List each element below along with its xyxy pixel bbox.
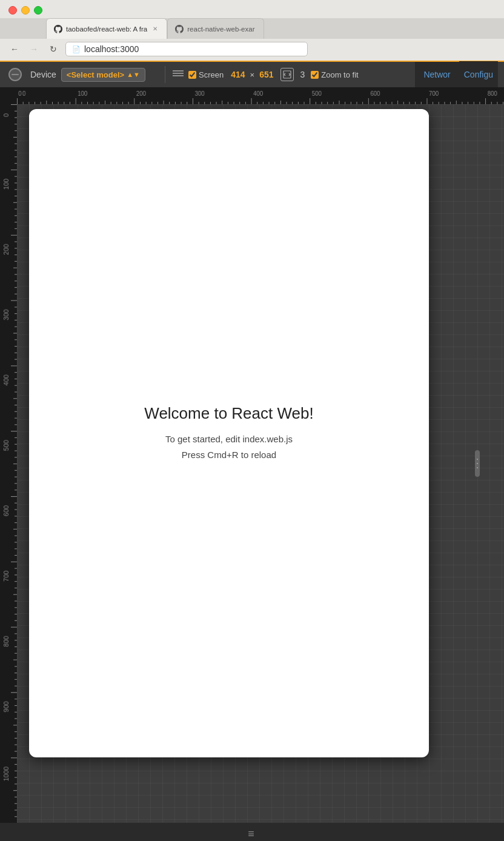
zoom-label-text: Zoom to fit xyxy=(321,70,358,79)
zoom-checkbox-label[interactable]: Zoom to fit xyxy=(311,70,358,79)
model-select-text: <Select model> xyxy=(67,70,124,79)
resize-handle[interactable] xyxy=(475,450,480,477)
screen-checkbox-label[interactable]: Screen xyxy=(188,70,224,79)
traffic-light-green[interactable] xyxy=(34,6,42,15)
toolbar-separator-1 xyxy=(165,66,165,83)
tab-1-close[interactable]: ✕ xyxy=(151,25,159,33)
traffic-light-yellow[interactable] xyxy=(21,6,30,15)
resize-dot-2 xyxy=(477,463,478,464)
vertical-ruler xyxy=(0,104,17,823)
device-label: Device xyxy=(30,70,56,79)
workspace: Welcome to React Web! To get started, ed… xyxy=(0,87,504,823)
network-text: Networ xyxy=(423,70,450,79)
back-button[interactable]: ← xyxy=(7,42,22,56)
configure-text: Configu xyxy=(464,70,493,79)
scale-value: 3 xyxy=(300,70,305,79)
configure-section[interactable]: Configu xyxy=(459,61,498,88)
ruler-corner xyxy=(0,87,17,104)
zoom-checkbox[interactable] xyxy=(311,71,319,79)
zoom-section: Zoom to fit xyxy=(311,70,358,79)
screen-label-text: Screen xyxy=(199,70,224,79)
bottom-bar: ≡ xyxy=(0,823,504,841)
no-entry-icon[interactable] xyxy=(6,65,24,84)
welcome-title: Welcome to React Web! xyxy=(144,404,313,423)
address-text: localhost:3000 xyxy=(84,44,139,54)
device-frame: Welcome to React Web! To get started, ed… xyxy=(29,109,429,757)
screen-checkbox-section: Screen 414 × 651 3 xyxy=(188,68,305,81)
device-screen: Welcome to React Web! To get started, ed… xyxy=(29,109,429,757)
tab-2-title: react-native-web-exar xyxy=(187,25,256,33)
adjust-icon[interactable] xyxy=(173,69,184,80)
reload-button[interactable]: ↻ xyxy=(46,42,61,56)
page-secure-icon: 📄 xyxy=(72,45,81,53)
traffic-light-red[interactable] xyxy=(8,6,17,15)
address-bar[interactable]: 📄 localhost:3000 xyxy=(65,42,308,56)
screen-checkbox[interactable] xyxy=(188,71,196,79)
width-value: 414 xyxy=(231,70,245,79)
network-section: Networ xyxy=(415,62,459,87)
canvas-area: Welcome to React Web! To get started, ed… xyxy=(17,104,504,823)
browser-chrome: taobaofed/react-web: A fra ✕ react-nativ… xyxy=(0,0,504,61)
model-select[interactable]: <Select model> ▲▼ xyxy=(61,68,145,82)
subtitle-2: Press Cmd+R to reload xyxy=(182,447,276,463)
forward-button[interactable]: → xyxy=(27,42,41,56)
devtools-toolbar: Device <Select model> ▲▼ Screen 414 × 65… xyxy=(0,61,504,87)
scale-icon[interactable] xyxy=(280,68,294,81)
tab-2[interactable]: react-native-web-exar xyxy=(167,18,264,39)
address-bar-row: ← → ↻ 📄 localhost:3000 xyxy=(0,39,504,61)
no-entry-shape xyxy=(8,68,22,81)
hamburger-icon[interactable]: ≡ xyxy=(248,828,256,840)
subtitle-1: To get started, edit index.web.js xyxy=(165,431,293,447)
github-icon xyxy=(54,25,62,33)
cross-symbol: × xyxy=(250,70,255,79)
tab-bar: taobaofed/react-web: A fra ✕ react-nativ… xyxy=(0,18,504,39)
tab-1[interactable]: taobaofed/react-web: A fra ✕ xyxy=(46,18,167,39)
github-icon-2 xyxy=(175,25,184,33)
horizontal-ruler xyxy=(17,87,504,104)
chevron-down-icon: ▲▼ xyxy=(127,71,140,78)
traffic-lights xyxy=(0,0,504,18)
resize-dot-3 xyxy=(477,467,478,468)
height-value: 651 xyxy=(259,70,273,79)
tab-1-title: taobaofed/react-web: A fra xyxy=(66,25,147,33)
resize-dot-1 xyxy=(477,459,478,460)
